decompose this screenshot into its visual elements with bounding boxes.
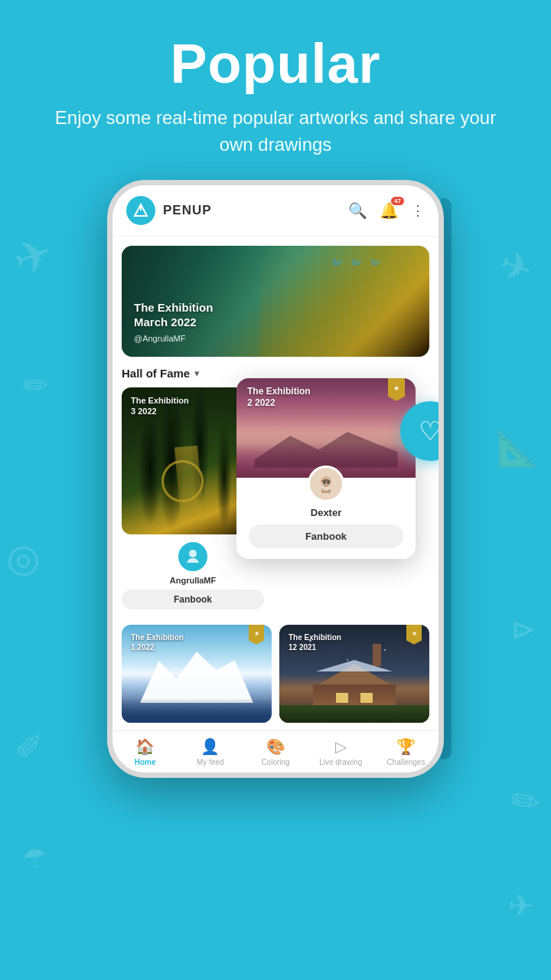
- app-topbar: PENUP 🔍 🔔 47 ⋮: [112, 185, 439, 237]
- hof-dropdown-icon[interactable]: ▾: [194, 368, 200, 379]
- hof-title: Hall of Fame: [122, 367, 190, 380]
- app-name: PENUP: [163, 203, 348, 218]
- nav-label-live: Live drawing: [319, 758, 362, 766]
- banner-author: @AngrullaMF: [134, 334, 213, 343]
- nav-label-home: Home: [135, 758, 156, 766]
- notification-badge: 47: [391, 197, 404, 205]
- challenges-icon: 🏆: [396, 737, 416, 756]
- popup-fanbook-btn[interactable]: Fanbook: [249, 524, 403, 548]
- feed-icon: 👤: [201, 737, 220, 756]
- artist-avatar-1: [177, 541, 209, 573]
- bottom-bookmark-2: ★: [406, 625, 422, 645]
- bottom-card-1[interactable]: The Exhibition1 2022 ★: [122, 625, 272, 723]
- popup-artist-name: Dexter: [249, 507, 403, 518]
- nav-item-challenges[interactable]: 🏆 Challenges: [373, 737, 439, 766]
- bottom-card-label-1: The Exhibition1 2022: [131, 632, 184, 652]
- home-icon: 🏠: [135, 737, 155, 756]
- bottom-cards-section: The Exhibition1 2022 ★: [112, 619, 439, 730]
- popup-card[interactable]: ★ The Exhibition2 2022: [236, 378, 416, 559]
- penup-logo[interactable]: [126, 196, 155, 225]
- card-label-1: The Exhibition3 2022: [131, 395, 189, 417]
- svg-point-2: [189, 550, 197, 557]
- header-section: Popular Enjoy some real-time popular art…: [0, 0, 551, 180]
- nav-label-feed: My feed: [197, 758, 224, 766]
- bottom-card-2[interactable]: The Exhibition12 2021 ★: [279, 625, 429, 723]
- nav-label-challenges: Challenges: [386, 758, 425, 766]
- nav-item-coloring[interactable]: 🎨 Coloring: [243, 737, 308, 766]
- svg-point-4: [323, 480, 326, 484]
- live-icon: ▷: [335, 737, 347, 756]
- nav-item-home[interactable]: 🏠 Home: [112, 737, 178, 766]
- search-icon[interactable]: 🔍: [348, 201, 367, 220]
- heart-icon: ♡: [419, 416, 439, 446]
- nav-item-live[interactable]: ▷ Live drawing: [308, 737, 373, 766]
- bottom-nav: 🏠 Home 👤 My feed 🎨 Coloring: [112, 730, 439, 773]
- svg-point-5: [327, 480, 330, 484]
- nav-item-feed[interactable]: 👤 My feed: [178, 737, 243, 766]
- hof-section: Hall of Fame ▾: [112, 357, 439, 619]
- banner-title: The ExhibitionMarch 2022: [134, 301, 213, 330]
- exhibition-banner[interactable]: 🐦 🐦 🐦 The ExhibitionMarch 2022 @Angrulla…: [122, 246, 429, 357]
- coloring-icon: 🎨: [266, 737, 285, 756]
- page-subtitle: Enjoy some real-time popular artworks an…: [46, 105, 505, 158]
- popup-label: The Exhibition2 2022: [247, 386, 311, 410]
- banner-text: The ExhibitionMarch 2022 @AngrullaMF: [134, 301, 213, 343]
- nav-label-coloring: Coloring: [261, 758, 289, 766]
- phone-mockup: PENUP 🔍 🔔 47 ⋮ 🐦 🐦 🐦: [107, 180, 444, 778]
- popup-avatar: [308, 466, 344, 502]
- fanbook-btn-1[interactable]: Fanbook: [122, 590, 264, 609]
- page-title: Popular: [46, 34, 505, 94]
- bottom-bookmark-1: ★: [249, 625, 264, 645]
- more-options-icon[interactable]: ⋮: [411, 202, 425, 219]
- popup-bookmark: ★: [388, 378, 405, 401]
- bottom-card-label-2: The Exhibition12 2021: [289, 632, 341, 652]
- artist-name-1: AngrullaMF: [122, 576, 264, 585]
